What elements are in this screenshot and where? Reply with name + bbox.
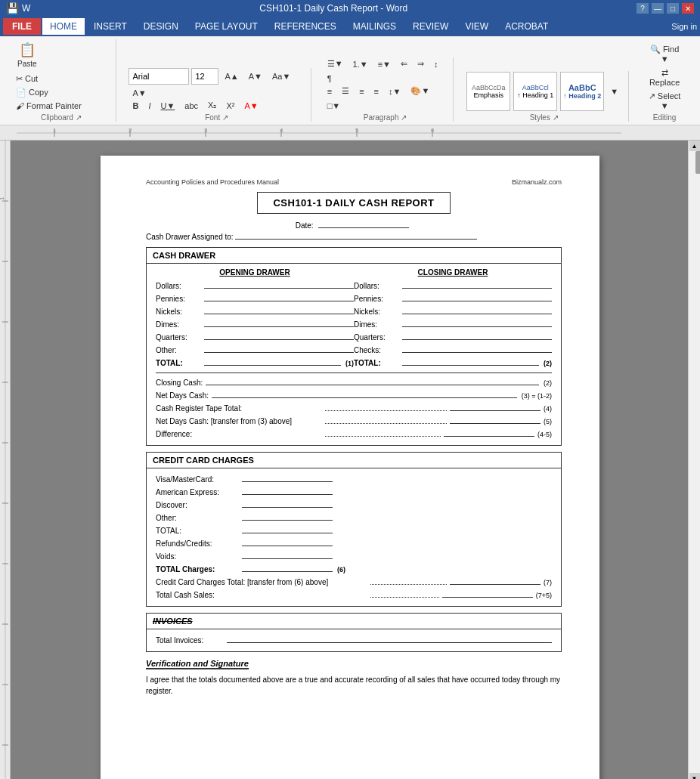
opening-pennies-line [204, 292, 354, 301]
svg-text:4: 4 [280, 127, 283, 134]
text-highlight-btn[interactable]: A▼ [129, 87, 150, 99]
svg-text:6: 6 [431, 127, 435, 134]
paste-button[interactable]: 📋 Paste [12, 39, 42, 70]
total-invoices-line [227, 634, 552, 643]
opening-dollars-label: Dollars: [156, 282, 201, 290]
drawer-label: Cash Drawer Assigned to: [146, 233, 234, 241]
help-btn[interactable]: ? [637, 3, 649, 14]
cash-drawer-sub: Closing Cash: (2) Net Days Cash: (3) = (… [156, 372, 552, 438]
opening-total-row: TOTAL: (1) [156, 357, 354, 367]
doc-title-row: CSH101-1 DAILY CASH REPORT [146, 192, 562, 217]
heading2-style[interactable]: AaBbC ↑ Heading 2 [560, 72, 604, 111]
amex-row: American Express: [156, 486, 552, 496]
vertical-scrollbar[interactable]: ▲ ▼ [688, 141, 700, 779]
superscript-btn[interactable]: X² [222, 100, 238, 112]
numbering-btn[interactable]: 1.▼ [349, 58, 372, 70]
show-hide-btn[interactable]: ¶ [324, 73, 336, 85]
opening-dollars-row: Dollars: [156, 280, 354, 290]
select-button[interactable]: ↗ Select ▼ [641, 90, 688, 112]
closing-pennies-row: Pennies: [354, 292, 552, 303]
opening-header: OPENING DRAWER [156, 268, 354, 277]
font-size-input[interactable] [191, 68, 218, 85]
italic-button[interactable]: I [144, 100, 154, 112]
svg-text:3: 3 [204, 127, 208, 134]
font-color-btn[interactable]: A▼ [240, 100, 262, 112]
cc-total-label: TOTAL: [156, 527, 239, 535]
copy-button[interactable]: 📄 Copy [12, 86, 85, 99]
replace-button[interactable]: ⇄ Replace [641, 66, 688, 88]
subscript-btn[interactable]: X₂ [204, 99, 220, 112]
cut-button[interactable]: ✂ Cut [12, 73, 85, 85]
file-menu-btn[interactable]: FILE [3, 18, 41, 35]
opening-nickels-label: Nickels: [156, 308, 201, 316]
align-left-btn[interactable]: ≡ [324, 85, 336, 97]
shading-btn[interactable]: 🎨▼ [407, 85, 433, 97]
closing-total-num: (2) [544, 360, 552, 367]
sort-btn[interactable]: ↕ [430, 58, 442, 70]
editing-group: 🔍 Find ▼ ⇄ Replace ↗ Select ▼ Editing [635, 43, 694, 122]
total-cash-sales-label: Total Cash Sales: [156, 591, 367, 599]
find-button[interactable]: 🔍 Find ▼ [641, 43, 688, 65]
font-name-input[interactable] [129, 68, 189, 85]
visa-row: Visa/MasterCard: [156, 473, 552, 484]
multilevel-btn[interactable]: ≡▼ [374, 58, 395, 70]
styles-group: AaBbCcDa Emphasis AaBbCcl ↑ Heading 1 Aa… [460, 71, 629, 122]
refunds-row: Refunds/Credits: [156, 537, 552, 548]
view-menu-item[interactable]: VIEW [457, 18, 496, 35]
align-center-btn[interactable]: ☰ [338, 85, 353, 97]
emphasis-style[interactable]: AaBbCcDa Emphasis [466, 72, 510, 111]
opening-pennies-row: Pennies: [156, 292, 354, 303]
mailings-menu-item[interactable]: MAILINGS [345, 18, 404, 35]
svg-text:2: 2 [129, 127, 132, 134]
closing-dollars-line [402, 280, 552, 289]
decrease-font-btn[interactable]: A▼ [245, 70, 266, 82]
title-bar: 💾 W CSH101-1 Daily Cash Report - Word ? … [0, 0, 700, 17]
invoices-content: Total Invoices: [147, 629, 561, 651]
acrobat-menu-item[interactable]: ACROBAT [497, 18, 556, 35]
closing-quarters-label: Quarters: [354, 333, 399, 342]
borders-btn[interactable]: □▼ [324, 100, 345, 112]
design-menu-item[interactable]: DESIGN [136, 18, 186, 35]
change-case-btn[interactable]: Aa▼ [268, 70, 294, 82]
document-page: Accounting Policies and Procedures Manua… [101, 156, 599, 779]
credit-card-header: CREDIT CARD CHARGES [147, 453, 561, 468]
page-layout-menu-item[interactable]: PAGE LAYOUT [187, 18, 265, 35]
closing-nickels-label: Nickels: [354, 308, 399, 316]
opening-total-line [204, 357, 341, 366]
justify-btn[interactable]: ≡ [370, 85, 383, 97]
bullets-btn[interactable]: ☰▼ [324, 57, 347, 70]
total-charges-label: TOTAL Charges: [156, 565, 239, 573]
format-painter-button[interactable]: 🖌 Format Painter [12, 100, 85, 112]
opening-other-row: Other: [156, 344, 354, 354]
total-cash-sales-num: (7+5) [536, 592, 552, 599]
references-menu-item[interactable]: REFERENCES [267, 18, 344, 35]
closing-checks-line [402, 344, 552, 353]
heading1-style[interactable]: AaBbCcl ↑ Heading 1 [513, 72, 557, 111]
align-right-btn[interactable]: ≡ [355, 85, 367, 97]
closing-col: CLOSING DRAWER Dollars: Pennies: Nickels… [354, 268, 552, 369]
sign-in-link[interactable]: Sign in [671, 22, 697, 31]
review-menu-item[interactable]: REVIEW [405, 18, 456, 35]
increase-indent-btn[interactable]: ⇒ [413, 57, 428, 70]
date-label: Date: [296, 221, 314, 230]
vertical-ruler: 1 [0, 141, 11, 779]
svg-text:1: 1 [53, 127, 57, 134]
underline-button[interactable]: U▼ [156, 100, 178, 112]
total-cash-sales-fill [370, 589, 439, 598]
more-styles-btn[interactable]: ▼ [606, 85, 622, 97]
close-btn[interactable]: ✕ [682, 3, 694, 14]
voids-line [242, 550, 333, 559]
strikethrough-btn[interactable]: abc [181, 100, 202, 112]
header-right: Bizmanualz.com [512, 178, 562, 186]
net-days-transfer-num: (5) [544, 418, 552, 425]
line-spacing-btn[interactable]: ↕▼ [385, 85, 404, 97]
minimize-btn[interactable]: — [652, 3, 664, 14]
insert-menu-item[interactable]: INSERT [86, 18, 135, 35]
increase-font-btn[interactable]: A▲ [221, 70, 242, 82]
bold-button[interactable]: B [129, 100, 142, 112]
credit-card-content: Visa/MasterCard: American Express: Disco… [147, 468, 561, 606]
decrease-indent-btn[interactable]: ⇐ [397, 57, 411, 70]
doc-header: Accounting Policies and Procedures Manua… [146, 178, 562, 186]
restore-btn[interactable]: □ [667, 3, 679, 14]
home-menu-item[interactable]: HOME [42, 18, 85, 35]
